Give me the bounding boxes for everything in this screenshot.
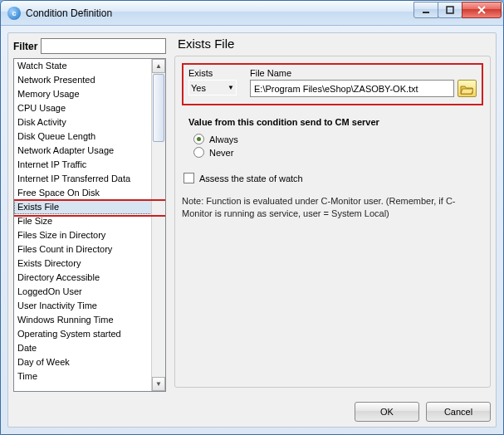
cancel-button[interactable]: Cancel xyxy=(426,402,491,422)
filename-label: File Name xyxy=(250,68,477,78)
detail-groupbox: Exists Yes ▼ File Name xyxy=(174,56,491,388)
ok-button[interactable]: OK xyxy=(355,402,419,422)
detail-pane: Exists File Exists Yes ▼ xyxy=(174,35,491,392)
scroll-down-button[interactable]: ▼ xyxy=(152,377,165,391)
list-item[interactable]: Network Presented xyxy=(14,73,165,87)
list-item[interactable]: User Inactivity Time xyxy=(14,299,165,313)
list-item[interactable]: Exists Directory xyxy=(14,257,165,271)
radio-never[interactable] xyxy=(193,147,204,158)
list-item[interactable]: Watch State xyxy=(14,59,165,73)
filter-label: Filter xyxy=(13,41,37,52)
note-text: Note: Function is evaluated under C-Moni… xyxy=(182,195,483,220)
list-item[interactable]: CPU Usage xyxy=(14,101,165,115)
exists-label: Exists xyxy=(188,68,240,78)
list-item[interactable]: Windows Running Time xyxy=(14,313,165,327)
dialog-body: Filter Watch StateNetwork PresentedMemor… xyxy=(7,32,497,428)
list-item[interactable]: Free Space On Disk xyxy=(14,186,165,200)
app-icon: c xyxy=(7,7,21,20)
radio-never-label: Never xyxy=(209,148,233,158)
exists-value: Yes xyxy=(191,83,206,93)
list-item[interactable]: Files Size in Directory xyxy=(14,228,165,242)
window-title: Condition Definition xyxy=(26,7,112,19)
assess-watch-label: Assess the state of watch xyxy=(199,174,303,183)
radio-always[interactable] xyxy=(193,134,204,144)
highlighted-settings-box: Exists Yes ▼ File Name xyxy=(182,63,483,105)
list-item[interactable]: Date xyxy=(14,341,165,355)
close-button[interactable] xyxy=(462,2,502,18)
list-item[interactable]: Disk Activity xyxy=(14,115,165,130)
folder-open-icon xyxy=(460,83,473,95)
scroll-up-button[interactable]: ▲ xyxy=(152,59,165,73)
list-item[interactable]: Files Count in Directory xyxy=(14,242,165,257)
maximize-icon xyxy=(445,6,455,14)
list-item[interactable]: Operating System started xyxy=(14,327,165,341)
list-item[interactable]: Network Adapter Usage xyxy=(14,144,165,158)
assess-watch-row[interactable]: Assess the state of watch xyxy=(183,173,483,183)
scrollbar[interactable]: ▲ ▼ xyxy=(151,59,165,391)
send-to-server-label: Value from this condition send to CM ser… xyxy=(188,117,483,127)
minimize-button[interactable] xyxy=(413,2,438,18)
maximize-button[interactable] xyxy=(438,2,462,18)
list-item[interactable]: Directory Accessible xyxy=(14,271,165,285)
exists-dropdown[interactable]: Yes ▼ xyxy=(188,80,237,95)
list-item[interactable]: Day of Week xyxy=(14,355,165,369)
browse-button[interactable] xyxy=(458,80,477,97)
close-icon xyxy=(477,6,487,14)
list-item[interactable]: Exists File xyxy=(14,200,165,214)
titlebar[interactable]: c Condition Definition xyxy=(1,1,503,26)
detail-title: Exists File xyxy=(174,35,491,56)
list-item[interactable]: Internet IP Transferred Data xyxy=(14,172,165,186)
radio-always-label: Always xyxy=(209,134,238,144)
list-item[interactable]: Time xyxy=(14,369,165,384)
window-frame: c Condition Definition Filter Watch Stat… xyxy=(0,0,504,435)
radio-always-row[interactable]: Always xyxy=(193,134,483,144)
list-item[interactable]: Disk Queue Length xyxy=(14,130,165,144)
chevron-down-icon: ▼ xyxy=(228,84,234,91)
list-item[interactable]: File Size xyxy=(14,214,165,228)
filename-input[interactable] xyxy=(250,80,454,97)
scroll-thumb[interactable] xyxy=(153,74,164,142)
filter-input[interactable] xyxy=(41,38,166,54)
minimize-icon xyxy=(421,6,431,14)
svg-rect-0 xyxy=(423,12,429,13)
svg-rect-1 xyxy=(447,7,453,13)
radio-never-row[interactable]: Never xyxy=(193,147,483,158)
list-item[interactable]: Internet IP Traffic xyxy=(14,158,165,172)
assess-watch-checkbox[interactable] xyxy=(183,173,194,183)
list-item[interactable]: LoggedOn User xyxy=(14,285,165,299)
list-item[interactable]: Memory Usage xyxy=(14,87,165,101)
condition-listbox[interactable]: Watch StateNetwork PresentedMemory Usage… xyxy=(13,58,166,392)
